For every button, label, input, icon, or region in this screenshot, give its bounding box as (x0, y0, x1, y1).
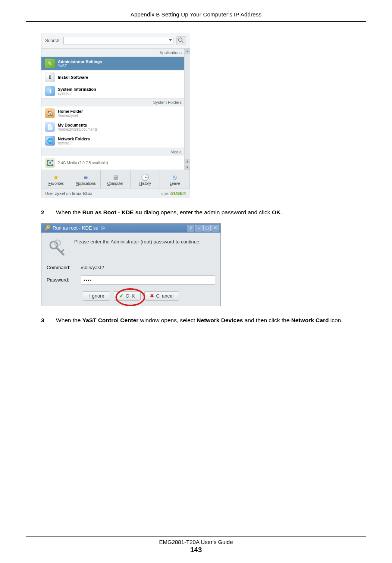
ignore-button[interactable]: Ignore (83, 291, 110, 301)
search-label: Search: (45, 38, 60, 43)
status-host: linux-h2oz (72, 191, 92, 196)
check-icon: ✔ (119, 293, 123, 299)
search-input[interactable] (63, 37, 173, 44)
status-on: on (65, 191, 72, 196)
dialog-message: Please enter the Administrator (root) pa… (74, 238, 201, 245)
kickoff-screenshot: Search: ▲ ▼ Applications ✎ Administrator… (41, 33, 190, 198)
item-label: Network Folders (58, 137, 90, 141)
home-icon: 🏠 (45, 108, 55, 118)
item-label: System Information (58, 87, 96, 91)
item-home-folder[interactable]: 🏠 Home Folder/home/zyxel (41, 106, 190, 120)
password-label: Password: (47, 277, 78, 283)
item-label: Administrator Settings (58, 59, 102, 64)
tab-applications[interactable]: ≡Applications (71, 170, 101, 189)
scrollbar[interactable]: ▲ ▼ (184, 49, 190, 170)
keys-icon (47, 238, 68, 259)
item-sublabel: /home/zyxel (58, 113, 83, 118)
item-label: 2.4G Media (2.0 GB available) (58, 161, 108, 165)
password-dots: •••• (84, 278, 92, 282)
dialog-titlebar[interactable]: 🔑 Run as root - KDE su ◎ ? – ▢ ✕ (41, 224, 220, 233)
app-icon: 🔑 (44, 225, 50, 231)
item-install-software[interactable]: ⬇ Install Software (41, 71, 190, 84)
step-text: window opens, select (138, 317, 197, 323)
scrollbar-media[interactable]: ▲ ▼ (184, 159, 190, 170)
item-label: Home Folder (58, 109, 83, 113)
item-sublabel: YaST (58, 64, 102, 68)
category-media: Media (41, 148, 190, 156)
svg-point-0 (178, 38, 182, 41)
command-value: /sbin/yast2 (81, 265, 104, 270)
item-label: Install Software (58, 75, 88, 80)
dialog-title: Run as root - KDE su (53, 225, 98, 231)
status-user-prefix: User (45, 191, 55, 196)
cancel-button[interactable]: ✖ Cancel (144, 291, 179, 301)
svg-line-4 (61, 249, 64, 252)
ok-button[interactable]: ✔ OK (114, 291, 141, 301)
page-number: 143 (26, 546, 366, 554)
tab-favorites[interactable]: ★FFavoritesavorites (41, 170, 71, 189)
step-bold: Run as Root - KDE su (82, 209, 142, 215)
minimize-button[interactable]: – (195, 225, 203, 231)
item-sublabel: /home/zyxel/Documents (58, 127, 98, 131)
kickoff-tabs: ★FFavoritesavorites ≡Applications 🖥Compu… (41, 170, 190, 189)
magnifier-icon[interactable] (176, 36, 186, 45)
password-input[interactable]: •••• (81, 276, 215, 284)
install-icon: ⬇ (45, 72, 55, 82)
x-icon: ✖ (150, 293, 154, 299)
step-text: icon. (329, 317, 342, 323)
page-header: Appendix B Setting Up Your Computer's IP… (26, 11, 366, 18)
yast-icon: ✎ (45, 59, 55, 68)
page-footer: EMG2881-T20A User's Guide 143 (26, 533, 366, 554)
step-2: 2 When the Run as Root - KDE su dialog o… (41, 208, 366, 217)
item-system-information[interactable]: ℹ System Informationsysinfo:/ (41, 84, 190, 98)
svg-line-1 (182, 41, 184, 43)
step-bold: OK (272, 209, 280, 215)
brand-suse: SUSE (171, 191, 183, 196)
scroll-down-icon[interactable]: ▼ (185, 165, 190, 170)
command-label: Command: (47, 265, 78, 270)
step-bold: Network Devices (197, 317, 243, 323)
step-text: dialog opens, enter the admin password a… (142, 209, 272, 215)
maximize-button[interactable]: ▢ (203, 225, 211, 231)
category-applications: Applications (41, 49, 190, 57)
step-text: and then click the (243, 317, 291, 323)
kickoff-statusbar: User zyxel on linux-h2oz openSUSE® (41, 189, 190, 198)
volume-icon: ◎ (101, 225, 105, 231)
kdesu-dialog: 🔑 Run as root - KDE su ◎ ? – ▢ ✕ Please … (41, 223, 221, 306)
documents-icon: 📄 (45, 122, 55, 132)
step-bold: Network Card (291, 317, 329, 323)
item-sublabel: remote:/ (58, 141, 90, 145)
tab-history[interactable]: 🕒History (131, 170, 160, 189)
network-icon: 🌐 (45, 136, 55, 146)
scroll-up-icon[interactable]: ▲ (185, 49, 190, 54)
footer-guide: EMG2881-T20A User's Guide (26, 539, 366, 545)
status-user: zyxel (55, 191, 65, 196)
step-3: 3 When the YaST Control Center window op… (41, 316, 366, 325)
step-number: 3 (41, 316, 47, 325)
step-number: 2 (41, 208, 47, 217)
brand-prefix: open (161, 191, 171, 196)
header-rule (26, 21, 366, 22)
item-network-folders[interactable]: 🌐 Network Foldersremote:/ (41, 134, 190, 148)
step-text: When the (56, 317, 82, 323)
drive-icon: 💽 (45, 158, 55, 168)
item-media-drive[interactable]: 💽 2.4G Media (2.0 GB available) (41, 156, 190, 170)
step-text: . (280, 209, 282, 215)
item-label: My Documents (58, 123, 98, 127)
tab-leave[interactable]: ⎋Leave (160, 170, 190, 189)
tab-computer[interactable]: 🖥Computer (101, 170, 131, 189)
category-system-folders: System Folders (41, 98, 190, 106)
item-administrator-settings[interactable]: ✎ Administrator SettingsYaST (41, 57, 190, 71)
item-sublabel: sysinfo:/ (58, 91, 96, 96)
scroll-up-icon[interactable]: ▲ (185, 159, 190, 164)
step-text: When the (56, 209, 82, 215)
step-bold: YaST Control Center (82, 317, 139, 323)
close-button[interactable]: ✕ (211, 225, 219, 231)
sysinfo-icon: ℹ (45, 86, 55, 96)
item-my-documents[interactable]: 📄 My Documents/home/zyxel/Documents (41, 120, 190, 134)
help-button[interactable]: ? (187, 225, 194, 231)
